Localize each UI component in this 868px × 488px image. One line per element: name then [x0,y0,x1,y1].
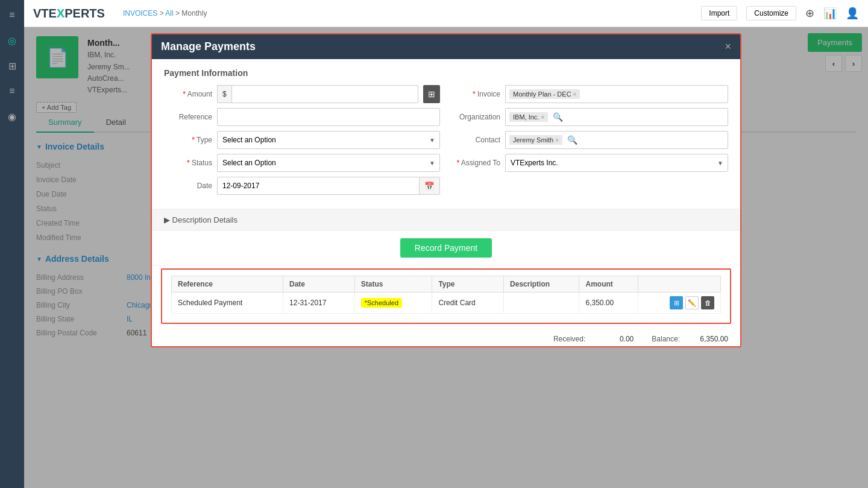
contact-row: Contact Jeremy Smith × 🔍 [452,131,728,149]
invoice-row: Invoice Monthly Plan - DEC × [452,85,728,103]
assigned-to-select-wrapper: VTExperts Inc. [505,154,728,172]
row-type: Credit Card [432,293,504,314]
date-label: Date [164,182,212,190]
manage-payments-modal: Manage Payments × Payment Information [151,33,741,347]
col-amount: Amount [579,276,638,293]
row-actions: ⊞ ✏️ 🗑 [638,293,721,314]
assigned-to-label: Assigned To [452,159,500,167]
row-view-icon[interactable]: ⊞ [670,296,683,309]
modal-header: Manage Payments × [152,34,740,59]
contact-tag: Jeremy Smith × [509,135,562,145]
type-row: Type Select an Option Credit Card Check … [164,131,440,149]
customize-button[interactable]: Customize [746,6,796,21]
amount-prefix: $ [217,85,231,103]
modal-close-button[interactable]: × [725,40,731,53]
sidebar: ≡ ◎ ⊞ ≡ ◉ [0,0,24,488]
status-label: Status [164,159,212,167]
type-select[interactable]: Select an Option Credit Card Check Cash … [217,131,440,149]
right-form-col: Invoice Monthly Plan - DEC × [452,85,728,200]
breadcrumb-all[interactable]: All [165,9,173,17]
assigned-to-select[interactable]: VTExperts Inc. [505,154,728,172]
import-button[interactable]: Import [701,6,737,21]
type-select-wrapper: Select an Option Credit Card Check Cash … [217,131,440,149]
date-input-wrapper: 📅 [217,177,440,195]
sidebar-circle-icon[interactable]: ◉ [3,107,21,125]
reference-input[interactable] [217,108,440,126]
calendar-button[interactable]: 📅 [420,177,440,195]
payment-info-title: Payment Information [164,68,728,78]
invoice-tag: Monthly Plan - DEC × [509,89,580,99]
record-payment-area: Record Payment [152,231,740,265]
reference-row: Reference [164,108,440,126]
chart-icon[interactable]: 📊 [823,7,837,20]
description-section[interactable]: ▶ Description Details [152,209,740,231]
status-row: Status Select an Option Scheduled Receiv… [164,154,440,172]
logo: VTEXPERTS [33,7,105,21]
row-action-icons: ⊞ ✏️ 🗑 [644,296,714,309]
modal-scroll: Payment Information Amount $ [152,59,740,346]
payment-info-section: Payment Information Amount $ [152,59,740,209]
breadcrumb: INVOICES > All > Monthly [123,9,207,17]
sidebar-grid-icon[interactable]: ⊞ [3,57,21,75]
user-icon[interactable]: 👤 [846,7,859,20]
contact-tag-value: Jeremy Smith [513,136,553,144]
record-payment-button[interactable]: Record Payment [400,238,492,258]
invoice-tag-remove[interactable]: × [573,91,577,98]
sidebar-list-icon[interactable]: ≡ [3,82,21,100]
row-edit-icon[interactable]: ✏️ [685,296,699,309]
row-delete-icon[interactable]: 🗑 [701,296,714,309]
calculator-button[interactable]: ⊞ [423,85,440,103]
add-icon[interactable]: ⊕ [805,7,814,20]
breadcrumb-current: Monthly [181,9,207,17]
desc-title: ▶ Description Details [164,215,237,224]
topbar-right: Import Customize ⊕ 📊 👤 [701,6,859,21]
modal-overlay: Manage Payments × Payment Information [24,27,868,488]
sidebar-home-icon[interactable]: ◎ [3,31,21,49]
invoice-tag-value: Monthly Plan - DEC [513,90,571,98]
amount-label: Amount [164,90,212,98]
status-select-wrapper: Select an Option Scheduled Received Pend… [217,154,440,172]
payment-form-grid: Amount $ ⊞ Refe [164,85,728,200]
org-tagged-input: IBM, Inc. × 🔍 [505,108,728,126]
amount-input-group: $ [217,85,418,103]
received-total: Received: 0.00 [553,335,634,343]
invoice-field-label: Invoice [452,90,500,98]
table-row: Scheduled Payment 12-31-2017 *Scheduled … [172,293,721,314]
col-actions [638,276,721,293]
amount-input[interactable] [231,85,418,103]
reference-label: Reference [164,113,212,121]
contact-tag-remove[interactable]: × [555,137,559,144]
modal-title: Manage Payments [161,40,256,53]
row-status: *Scheduled [354,293,432,314]
type-label: Type [164,136,212,144]
payments-table-section: Reference Date Status Type Description A… [161,268,731,324]
org-search-button[interactable]: 🔍 [550,111,565,123]
organization-label: Organization [452,113,500,121]
row-reference: Scheduled Payment [172,293,283,314]
breadcrumb-invoices[interactable]: INVOICES [123,9,157,17]
date-input[interactable] [217,177,420,195]
org-tag-value: IBM, Inc. [513,113,539,121]
sidebar-menu-icon[interactable]: ≡ [3,6,21,24]
payments-table: Reference Date Status Type Description A… [171,276,721,314]
row-date: 12-31-2017 [283,293,355,314]
col-date: Date [283,276,355,293]
invoice-tagged-input: Monthly Plan - DEC × [505,85,728,103]
received-value: 0.00 [597,335,634,343]
contact-label: Contact [452,136,500,144]
col-status: Status [354,276,432,293]
organization-row: Organization IBM, Inc. × 🔍 [452,108,728,126]
balance-value: 6,350.00 [692,335,728,343]
col-type: Type [432,276,504,293]
table-header-row: Reference Date Status Type Description A… [172,276,721,293]
contact-search-button[interactable]: 🔍 [565,134,580,146]
org-tag-remove[interactable]: × [541,114,544,121]
assigned-to-row: Assigned To VTExperts Inc. [452,154,728,172]
status-badge: *Scheduled [361,298,402,308]
status-select[interactable]: Select an Option Scheduled Received Pend… [217,154,440,172]
left-form-col: Amount $ ⊞ Refe [164,85,440,200]
amount-row: Amount $ ⊞ [164,85,440,103]
received-label: Received: [553,335,585,343]
logo-x: X [57,7,64,20]
balance-total: Balance: 6,350.00 [652,335,728,343]
